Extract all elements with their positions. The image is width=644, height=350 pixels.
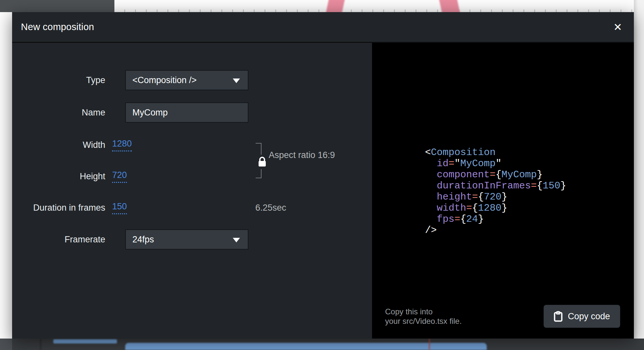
background-right-ruler-strip xyxy=(634,0,644,350)
code-line: /> xyxy=(425,225,566,236)
framerate-label: Framerate xyxy=(12,235,105,245)
code-preview: <Composition id="MyComp" component={MyCo… xyxy=(425,147,566,236)
lock-icon xyxy=(257,155,267,169)
name-row: Name xyxy=(12,102,372,123)
background-playhead xyxy=(429,339,430,350)
chevron-down-icon xyxy=(233,238,240,242)
new-composition-dialog: New composition ✕ Type <Composition /> N… xyxy=(12,12,634,339)
framerate-dropdown-value: 24fps xyxy=(132,235,154,245)
type-dropdown-value: <Composition /> xyxy=(132,75,197,85)
name-label: Name xyxy=(12,108,105,118)
aspect-ratio-label: Aspect ratio 16:9 xyxy=(269,150,335,160)
height-value[interactable]: 720 xyxy=(112,170,127,183)
code-line: component={MyComp} xyxy=(425,169,566,180)
code-line: id="MyComp" xyxy=(425,158,566,169)
duration-seconds: 6.25sec xyxy=(255,203,286,213)
code-line: durationInFrames={150} xyxy=(425,180,566,191)
background-timeline-track xyxy=(125,343,487,350)
copy-hint-line2: your src/Video.tsx file. xyxy=(385,316,462,326)
code-preview-panel: <Composition id="MyComp" component={MyCo… xyxy=(372,43,634,339)
type-label: Type xyxy=(12,75,105,85)
copy-hint-text: Copy this into your src/Video.tsx file. xyxy=(385,307,462,326)
duration-value[interactable]: 150 xyxy=(112,201,127,214)
code-line: height={720} xyxy=(425,191,566,202)
copy-hint-line1: Copy this into xyxy=(385,307,462,316)
background-app-top xyxy=(0,0,644,12)
composition-form: Type <Composition /> Name Width 1280 Hei… xyxy=(12,43,372,339)
close-icon[interactable]: ✕ xyxy=(613,22,622,32)
height-label: Height xyxy=(12,171,105,182)
code-line: width={1280} xyxy=(425,202,566,214)
clipboard-icon xyxy=(554,311,563,322)
code-line: fps={24} xyxy=(425,214,566,225)
duration-label: Duration in frames xyxy=(12,203,105,213)
type-dropdown[interactable]: <Composition /> xyxy=(125,70,248,90)
code-line: <Composition xyxy=(425,147,566,158)
framerate-dropdown[interactable]: 24fps xyxy=(125,229,248,250)
background-timeline-left-strip xyxy=(0,339,12,350)
aspect-ratio-group: Aspect ratio 16:9 xyxy=(256,143,367,178)
dialog-header: New composition ✕ xyxy=(12,12,634,43)
dialog-body: Type <Composition /> Name Width 1280 Hei… xyxy=(12,43,634,339)
copy-code-label: Copy code xyxy=(568,311,610,322)
background-timeline-divider xyxy=(40,339,41,350)
width-label: Width xyxy=(12,140,105,150)
width-value[interactable]: 1280 xyxy=(112,139,132,151)
duration-row: Duration in frames 150 6.25sec xyxy=(12,198,372,218)
name-input[interactable] xyxy=(125,102,248,123)
dialog-title: New composition xyxy=(21,22,94,32)
copy-code-button[interactable]: Copy code xyxy=(544,305,620,328)
code-footer: Copy this into your src/Video.tsx file. … xyxy=(385,305,620,328)
background-timeline xyxy=(0,339,644,350)
background-ruler xyxy=(114,9,644,12)
type-row: Type <Composition /> xyxy=(12,70,372,90)
framerate-row: Framerate 24fps xyxy=(12,229,372,250)
background-timeline-pill xyxy=(53,339,117,343)
chevron-down-icon xyxy=(233,79,240,83)
background-toolbar-block xyxy=(0,0,114,12)
